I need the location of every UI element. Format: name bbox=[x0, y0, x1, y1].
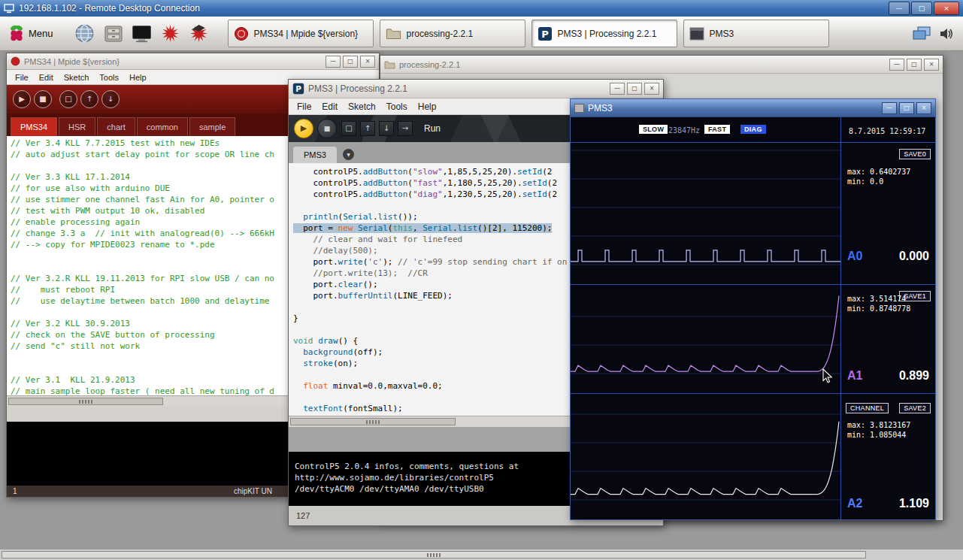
close-button[interactable]: × bbox=[924, 59, 939, 71]
scrollbar-thumb[interactable] bbox=[2, 551, 866, 558]
mpide-launcher[interactable] bbox=[159, 21, 183, 47]
chevron-down-icon: ▼ bbox=[347, 152, 350, 157]
filemanager-title: processing-2.2.1 bbox=[399, 60, 460, 69]
taskbar-task-processing[interactable]: P PMS3 | Processing 2.2.1 bbox=[531, 20, 677, 47]
minimize-icon: — bbox=[330, 58, 336, 65]
close-icon: × bbox=[929, 61, 934, 68]
minimize-button[interactable]: — bbox=[610, 83, 625, 95]
taskbar-tasks: PMS34 | Mpide ${version} processing-2.2.… bbox=[228, 20, 829, 47]
verify-button[interactable]: ▶ bbox=[13, 90, 31, 108]
stop-button[interactable]: ■ bbox=[317, 119, 337, 138]
taskbar-task-filemanager[interactable]: processing-2.2.1 bbox=[380, 20, 525, 47]
terminal-launcher[interactable] bbox=[130, 21, 154, 47]
sample-rate-label: 23847Hz bbox=[668, 126, 700, 135]
menu-tools[interactable]: Tools bbox=[94, 73, 124, 82]
chart-a2 bbox=[571, 393, 840, 519]
open-icon: ↑ bbox=[86, 95, 92, 103]
maximize-button[interactable]: □ bbox=[627, 83, 642, 95]
chart-a1 bbox=[571, 284, 840, 393]
tab-menu-button[interactable]: ▼ bbox=[343, 149, 354, 160]
minimize-button[interactable]: — bbox=[326, 56, 341, 68]
close-button[interactable]: × bbox=[916, 102, 931, 114]
new-button[interactable]: □ bbox=[341, 121, 356, 136]
board-info: chipKIT UN bbox=[234, 486, 272, 497]
window-controls: — □ × bbox=[882, 102, 931, 114]
pms3-titlebar[interactable]: PMS3 — □ × bbox=[571, 99, 935, 117]
menu-edit[interactable]: Edit bbox=[34, 73, 59, 82]
minimize-button[interactable]: — bbox=[882, 102, 897, 114]
mpide-titlebar[interactable]: PMS34 | Mpide ${version} — □ × bbox=[7, 53, 379, 70]
close-button[interactable]: × bbox=[934, 2, 959, 15]
menu-file[interactable]: File bbox=[10, 73, 34, 82]
close-icon: × bbox=[650, 85, 655, 92]
terminal-icon bbox=[132, 25, 152, 43]
menu-file[interactable]: File bbox=[292, 101, 316, 112]
export-button[interactable]: → bbox=[398, 121, 413, 136]
scrollbar-thumb[interactable] bbox=[8, 398, 163, 405]
min-value: min: 0.8748778 bbox=[847, 304, 910, 313]
tab-pms34[interactable]: PMS34 bbox=[11, 117, 57, 136]
filemanager-titlebar[interactable]: processing-2.2.1 — □ × bbox=[380, 56, 943, 74]
close-button[interactable]: × bbox=[644, 83, 659, 95]
mpide-alt-launcher[interactable] bbox=[187, 21, 211, 47]
maximize-icon: □ bbox=[919, 5, 925, 12]
red-burst-icon bbox=[161, 24, 180, 43]
close-button[interactable]: × bbox=[360, 56, 375, 68]
save-sketch-button[interactable]: ↓ bbox=[101, 90, 120, 108]
save-button[interactable]: ↓ bbox=[379, 121, 394, 136]
browser-launcher[interactable] bbox=[73, 21, 97, 47]
scrollbar-thumb[interactable] bbox=[290, 418, 456, 425]
stop-button[interactable]: ■ bbox=[34, 90, 52, 108]
slow-button[interactable]: SLOW bbox=[639, 125, 668, 134]
pms3-window: PMS3 — □ × SLOW 23847Hz FAST DIAG 8.7.20… bbox=[570, 98, 936, 520]
run-button[interactable]: ▶ bbox=[294, 119, 313, 138]
fast-button[interactable]: FAST bbox=[704, 125, 730, 134]
taskbar-task-mpide[interactable]: PMS34 | Mpide ${version} bbox=[228, 20, 374, 47]
open-sketch-button[interactable]: ↑ bbox=[80, 90, 98, 108]
tab-pms3[interactable]: PMS3 bbox=[293, 147, 337, 163]
volume-icon[interactable] bbox=[939, 26, 954, 41]
channel-label: A2 bbox=[847, 497, 862, 510]
minimize-button[interactable]: — bbox=[889, 59, 904, 71]
minimize-icon: — bbox=[896, 5, 903, 12]
play-icon: ▶ bbox=[19, 95, 25, 103]
stop-icon: ■ bbox=[324, 125, 331, 132]
processing-titlebar[interactable]: P PMS3 | Processing 2.2.1 — □ × bbox=[289, 80, 663, 98]
save2-button[interactable]: SAVE2 bbox=[899, 403, 931, 413]
maximize-button[interactable]: □ bbox=[907, 59, 922, 71]
display-tray-icon[interactable] bbox=[912, 26, 931, 42]
new-sketch-button[interactable]: □ bbox=[59, 90, 77, 108]
tab-hsr[interactable]: HSR bbox=[59, 117, 95, 136]
menu-sketch[interactable]: Sketch bbox=[343, 101, 381, 112]
menu-help[interactable]: Help bbox=[124, 73, 152, 82]
horizontal-scrollbar[interactable] bbox=[0, 549, 963, 560]
tab-common[interactable]: common bbox=[137, 117, 188, 136]
max-value: max: 3.8123167 bbox=[847, 421, 910, 429]
processing-icon: P bbox=[538, 26, 553, 41]
menu-sketch[interactable]: Sketch bbox=[59, 73, 95, 82]
waveform-a2 bbox=[571, 394, 840, 519]
menu-edit[interactable]: Edit bbox=[316, 101, 343, 112]
menu-help[interactable]: Help bbox=[413, 101, 442, 112]
waveform-a1 bbox=[571, 285, 840, 393]
computer-icon bbox=[4, 4, 14, 14]
channel-value: 0.899 bbox=[899, 369, 929, 383]
maximize-button[interactable]: □ bbox=[343, 56, 358, 68]
start-menu-button[interactable]: Menu bbox=[5, 23, 58, 44]
restore-button[interactable]: □ bbox=[911, 2, 932, 15]
menu-tools[interactable]: Tools bbox=[381, 101, 413, 112]
channel-button[interactable]: CHANNEL bbox=[846, 403, 889, 413]
folder-icon bbox=[386, 27, 401, 40]
taskbar-task-pms3[interactable]: PMS3 bbox=[683, 20, 829, 47]
chart-a0 bbox=[571, 142, 840, 284]
save0-button[interactable]: SAVE0 bbox=[899, 149, 931, 159]
maximize-button[interactable]: □ bbox=[899, 102, 914, 114]
taskbar: Menu bbox=[0, 17, 963, 51]
diag-button[interactable]: DIAG bbox=[740, 125, 766, 134]
mpide-title: PMS34 | Mpide ${version} bbox=[24, 57, 120, 66]
tab-chart[interactable]: chart bbox=[97, 117, 135, 136]
open-button[interactable]: ↑ bbox=[360, 121, 375, 136]
filemanager-launcher[interactable] bbox=[101, 21, 126, 47]
minimize-button[interactable]: — bbox=[889, 2, 910, 15]
tab-sample[interactable]: sample bbox=[189, 117, 235, 136]
